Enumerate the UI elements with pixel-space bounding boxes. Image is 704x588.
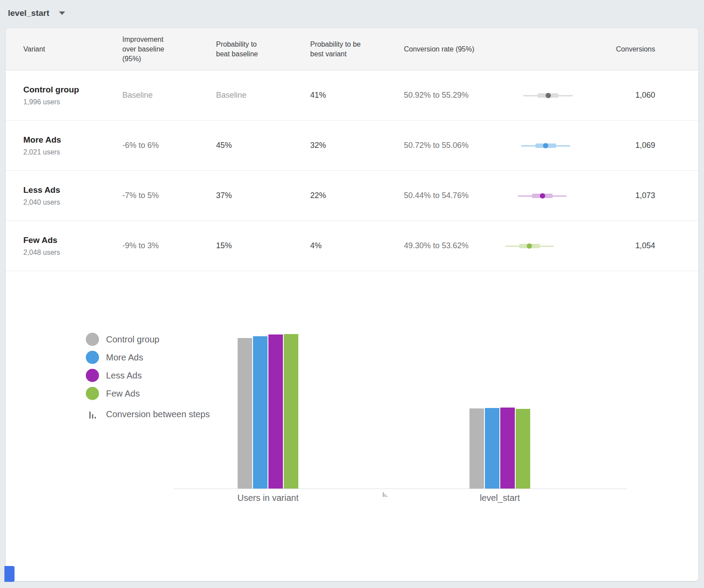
results-card: Variant Improvement over baseline (95%) … [6, 28, 698, 581]
bar-few-ads [516, 409, 530, 489]
legend-item-few-ads: Few Ads [86, 387, 210, 400]
legend-color-swatch [86, 351, 99, 364]
x-axis-line [174, 489, 627, 489]
confidence-interval-chart [502, 243, 576, 250]
table-header: Variant Improvement over baseline (95%) … [6, 28, 698, 70]
page: level_start Variant Improvement over bas… [0, 0, 704, 588]
conversion-steps-icon [381, 491, 389, 497]
x-axis-label-users-in-variant: Users in variant [238, 493, 299, 503]
interval-median-dot [543, 143, 548, 148]
conversions-value: 1,073 [576, 191, 655, 200]
variant-users: 2,021 users [23, 148, 122, 156]
interval-median-dot [540, 193, 545, 198]
improvement-value: -7% to 5% [122, 191, 216, 200]
improvement-value: -6% to 6% [122, 141, 216, 150]
confidence-interval-chart [502, 142, 576, 149]
variant-cell: Less Ads 2,040 users [23, 185, 122, 206]
legend-item-conversion-steps: Conversion between steps [86, 408, 210, 421]
col-header-prob-best: Probability to be best variant [310, 40, 372, 59]
variant-name: Control group [23, 85, 122, 95]
bar-group-level-start [469, 408, 530, 489]
conv-rate-value: 50.92% to 55.29% [404, 91, 502, 100]
prob-best-value: 32% [310, 141, 404, 150]
bar-more-ads [485, 408, 499, 489]
conv-rate-value: 50.44% to 54.76% [404, 191, 502, 200]
conversions-value: 1,054 [576, 241, 655, 250]
legend-item-more-ads: More Ads [86, 351, 210, 364]
partial-blue-button[interactable] [4, 566, 15, 582]
variant-cell: More Ads 2,021 users [23, 135, 122, 156]
conversions-value: 1,069 [576, 141, 655, 150]
bar-control-group [469, 408, 484, 489]
prob-beat-value: 15% [216, 241, 310, 250]
col-header-variant: Variant [23, 44, 122, 54]
legend-label: Control group [106, 334, 159, 345]
legend-label: Less Ads [106, 371, 142, 381]
legend-item-control-group: Control group [86, 333, 210, 346]
legend-item-less-ads: Less Ads [86, 369, 210, 382]
chart-legend: Control group More Ads Less Ads Few Ads … [86, 333, 210, 421]
legend-color-swatch [86, 369, 99, 382]
bar-more-ads [253, 336, 268, 489]
bar-control-group [238, 338, 252, 489]
conv-rate-value: 50.72% to 55.06% [404, 141, 502, 150]
col-header-prob-beat: Probability to beat baseline [216, 40, 278, 59]
legend-color-swatch [86, 387, 99, 400]
prob-beat-value: 37% [216, 191, 310, 200]
interval-median-dot [527, 243, 532, 249]
variant-name: More Ads [23, 135, 122, 145]
chevron-down-icon [59, 11, 65, 15]
funnel-bar-chart: Control group More Ads Less Ads Few Ads … [6, 271, 698, 581]
legend-label: Few Ads [106, 389, 140, 399]
improvement-value: -9% to 3% [122, 241, 216, 250]
table-row: More Ads 2,021 users -6% to 6% 45% 32% 5… [6, 121, 698, 171]
variant-name: Less Ads [23, 185, 122, 195]
prob-best-value: 22% [310, 191, 404, 200]
prob-beat-value: Baseline [216, 91, 310, 100]
variant-users: 2,048 users [23, 249, 122, 257]
legend-label: More Ads [106, 353, 143, 363]
variant-cell: Few Ads 2,048 users [23, 235, 122, 257]
prob-beat-value: 45% [216, 141, 310, 150]
metric-selector[interactable]: level_start [8, 5, 65, 21]
col-header-conv-rate: Conversion rate (95%) [404, 44, 502, 54]
bar-group-users-in-variant [238, 334, 298, 489]
table-row: Less Ads 2,040 users -7% to 5% 37% 22% 5… [6, 171, 698, 221]
x-axis-label-level-start: level_start [480, 493, 520, 503]
col-header-conversions: Conversions [616, 44, 655, 54]
table-row: Control group 1,996 users Baseline Basel… [6, 70, 698, 121]
variant-users: 1,996 users [23, 98, 122, 106]
bar-less-ads [268, 334, 283, 489]
confidence-interval-chart [502, 92, 576, 99]
bar-less-ads [500, 408, 515, 489]
table-row: Few Ads 2,048 users -9% to 3% 15% 4% 49.… [6, 221, 698, 271]
improvement-value: Baseline [122, 91, 216, 100]
legend-color-swatch [86, 333, 99, 346]
prob-best-value: 4% [310, 241, 404, 250]
variant-name: Few Ads [23, 235, 122, 245]
conversions-value: 1,060 [576, 91, 655, 100]
bar-few-ads [284, 334, 298, 489]
confidence-interval-chart [502, 192, 576, 199]
conv-rate-value: 49.30% to 53.62% [404, 241, 502, 250]
legend-label: Conversion between steps [106, 409, 210, 419]
variant-cell: Control group 1,996 users [23, 85, 122, 106]
variant-users: 2,040 users [23, 198, 122, 206]
metric-selector-label: level_start [8, 8, 49, 18]
interval-median-dot [546, 93, 551, 98]
conversion-steps-icon [86, 410, 99, 419]
prob-best-value: 41% [310, 91, 404, 100]
col-header-improvement: Improvement over baseline (95%) [122, 35, 184, 64]
